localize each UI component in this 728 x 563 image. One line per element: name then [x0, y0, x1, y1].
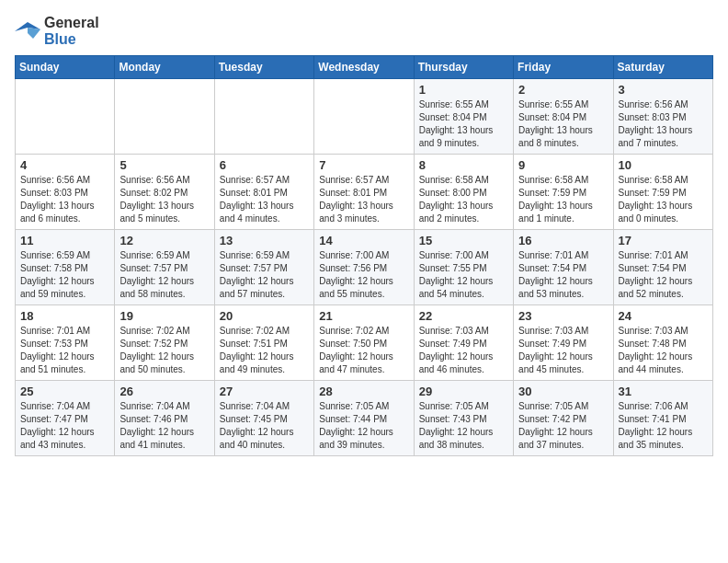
day-info: Sunrise: 6:55 AM Sunset: 8:04 PM Dayligh…: [518, 98, 608, 150]
weekday-header-tuesday: Tuesday: [214, 56, 313, 79]
day-number: 14: [319, 234, 408, 247]
weekday-header-monday: Monday: [115, 56, 214, 79]
day-number: 16: [518, 234, 608, 247]
day-info: Sunrise: 7:04 AM Sunset: 7:47 PM Dayligh…: [20, 400, 109, 452]
day-info: Sunrise: 7:05 AM Sunset: 7:44 PM Dayligh…: [319, 400, 408, 452]
day-info: Sunrise: 6:56 AM Sunset: 8:02 PM Dayligh…: [119, 174, 209, 225]
calendar-cell: 24Sunrise: 7:03 AM Sunset: 7:48 PM Dayli…: [613, 305, 712, 381]
day-number: 19: [119, 309, 209, 323]
calendar-cell: 13Sunrise: 6:59 AM Sunset: 7:57 PM Dayli…: [214, 230, 313, 305]
day-number: 23: [518, 309, 608, 323]
day-number: 30: [518, 385, 608, 398]
calendar-cell: 29Sunrise: 7:05 AM Sunset: 7:43 PM Dayli…: [414, 381, 513, 456]
day-info: Sunrise: 6:59 AM Sunset: 7:58 PM Dayligh…: [20, 249, 109, 301]
day-number: 17: [619, 234, 708, 247]
day-number: 2: [518, 83, 608, 97]
logo: General Blue: [15, 15, 99, 48]
calendar-cell: 30Sunrise: 7:05 AM Sunset: 7:42 PM Dayli…: [514, 381, 613, 456]
calendar-table: SundayMondayTuesdayWednesdayThursdayFrid…: [15, 55, 713, 456]
calendar-cell: 3Sunrise: 6:56 AM Sunset: 8:03 PM Daylig…: [613, 79, 712, 155]
calendar-cell: 17Sunrise: 7:01 AM Sunset: 7:54 PM Dayli…: [613, 230, 712, 305]
day-number: 21: [319, 309, 408, 323]
day-number: 13: [220, 234, 309, 247]
day-info: Sunrise: 7:00 AM Sunset: 7:56 PM Dayligh…: [319, 249, 408, 301]
calendar-cell: 20Sunrise: 7:02 AM Sunset: 7:51 PM Dayli…: [214, 305, 313, 381]
calendar-cell: 27Sunrise: 7:04 AM Sunset: 7:45 PM Dayli…: [214, 381, 313, 456]
day-number: 11: [20, 234, 109, 247]
day-info: Sunrise: 7:01 AM Sunset: 7:53 PM Dayligh…: [20, 325, 109, 376]
calendar-cell: 4Sunrise: 6:56 AM Sunset: 8:03 PM Daylig…: [16, 155, 115, 230]
logo-icon: [15, 20, 40, 42]
day-info: Sunrise: 7:02 AM Sunset: 7:50 PM Dayligh…: [319, 325, 408, 376]
day-number: 31: [619, 385, 708, 398]
calendar-cell: 31Sunrise: 7:06 AM Sunset: 7:41 PM Dayli…: [613, 381, 712, 456]
day-number: 7: [319, 158, 408, 172]
logo-text: General Blue: [44, 15, 99, 48]
day-info: Sunrise: 6:59 AM Sunset: 7:57 PM Dayligh…: [220, 249, 309, 301]
day-info: Sunrise: 7:03 AM Sunset: 7:49 PM Dayligh…: [518, 325, 608, 376]
day-number: 15: [419, 234, 508, 247]
day-number: 10: [619, 158, 708, 172]
calendar-cell: 19Sunrise: 7:02 AM Sunset: 7:52 PM Dayli…: [115, 305, 214, 381]
calendar-cell: 25Sunrise: 7:04 AM Sunset: 7:47 PM Dayli…: [16, 381, 115, 456]
day-info: Sunrise: 7:01 AM Sunset: 7:54 PM Dayligh…: [619, 249, 708, 301]
calendar-cell: 18Sunrise: 7:01 AM Sunset: 7:53 PM Dayli…: [16, 305, 115, 381]
day-info: Sunrise: 6:57 AM Sunset: 8:01 PM Dayligh…: [220, 174, 309, 225]
day-info: Sunrise: 6:59 AM Sunset: 7:57 PM Dayligh…: [119, 249, 209, 301]
day-info: Sunrise: 7:06 AM Sunset: 7:41 PM Dayligh…: [619, 400, 708, 452]
calendar-cell: 7Sunrise: 6:57 AM Sunset: 8:01 PM Daylig…: [314, 155, 414, 230]
calendar-cell: 16Sunrise: 7:01 AM Sunset: 7:54 PM Dayli…: [514, 230, 613, 305]
calendar-cell: 9Sunrise: 6:58 AM Sunset: 7:59 PM Daylig…: [514, 155, 613, 230]
day-info: Sunrise: 7:05 AM Sunset: 7:42 PM Dayligh…: [518, 400, 608, 452]
calendar-cell: 21Sunrise: 7:02 AM Sunset: 7:50 PM Dayli…: [314, 305, 414, 381]
day-number: 29: [419, 385, 508, 398]
calendar-cell: 26Sunrise: 7:04 AM Sunset: 7:46 PM Dayli…: [115, 381, 214, 456]
day-info: Sunrise: 6:58 AM Sunset: 8:00 PM Dayligh…: [419, 174, 508, 225]
header: General Blue: [15, 15, 713, 48]
day-number: 3: [619, 83, 708, 97]
day-number: 18: [20, 309, 109, 323]
day-number: 12: [119, 234, 209, 247]
day-info: Sunrise: 7:04 AM Sunset: 7:45 PM Dayligh…: [220, 400, 309, 452]
calendar-cell: [314, 79, 414, 155]
calendar-cell: 23Sunrise: 7:03 AM Sunset: 7:49 PM Dayli…: [514, 305, 613, 381]
calendar-cell: 22Sunrise: 7:03 AM Sunset: 7:49 PM Dayli…: [414, 305, 513, 381]
calendar-cell: [16, 79, 115, 155]
day-number: 9: [518, 158, 608, 172]
day-number: 25: [20, 385, 109, 398]
weekday-header-saturday: Saturday: [613, 56, 712, 79]
calendar-cell: 10Sunrise: 6:58 AM Sunset: 7:59 PM Dayli…: [613, 155, 712, 230]
svg-marker-1: [28, 28, 40, 39]
day-info: Sunrise: 6:56 AM Sunset: 8:03 PM Dayligh…: [619, 98, 708, 150]
day-number: 26: [119, 385, 209, 398]
day-number: 28: [319, 385, 408, 398]
day-number: 5: [119, 158, 209, 172]
calendar-cell: [214, 79, 313, 155]
day-info: Sunrise: 7:04 AM Sunset: 7:46 PM Dayligh…: [119, 400, 209, 452]
calendar-cell: 6Sunrise: 6:57 AM Sunset: 8:01 PM Daylig…: [214, 155, 313, 230]
day-info: Sunrise: 6:55 AM Sunset: 8:04 PM Dayligh…: [419, 98, 508, 150]
day-number: 20: [220, 309, 309, 323]
weekday-header-sunday: Sunday: [16, 56, 115, 79]
day-number: 22: [419, 309, 508, 323]
calendar-cell: 11Sunrise: 6:59 AM Sunset: 7:58 PM Dayli…: [16, 230, 115, 305]
weekday-header-thursday: Thursday: [414, 56, 513, 79]
day-number: 24: [619, 309, 708, 323]
calendar-cell: 14Sunrise: 7:00 AM Sunset: 7:56 PM Dayli…: [314, 230, 414, 305]
calendar-cell: 5Sunrise: 6:56 AM Sunset: 8:02 PM Daylig…: [115, 155, 214, 230]
calendar-cell: 1Sunrise: 6:55 AM Sunset: 8:04 PM Daylig…: [414, 79, 513, 155]
calendar-cell: 15Sunrise: 7:00 AM Sunset: 7:55 PM Dayli…: [414, 230, 513, 305]
day-info: Sunrise: 6:56 AM Sunset: 8:03 PM Dayligh…: [20, 174, 109, 225]
day-info: Sunrise: 7:01 AM Sunset: 7:54 PM Dayligh…: [518, 249, 608, 301]
day-number: 1: [419, 83, 508, 97]
calendar-cell: 12Sunrise: 6:59 AM Sunset: 7:57 PM Dayli…: [115, 230, 214, 305]
day-number: 27: [220, 385, 309, 398]
day-info: Sunrise: 7:02 AM Sunset: 7:52 PM Dayligh…: [119, 325, 209, 376]
day-info: Sunrise: 6:57 AM Sunset: 8:01 PM Dayligh…: [319, 174, 408, 225]
day-number: 8: [419, 158, 508, 172]
day-info: Sunrise: 7:02 AM Sunset: 7:51 PM Dayligh…: [220, 325, 309, 376]
calendar-cell: 8Sunrise: 6:58 AM Sunset: 8:00 PM Daylig…: [414, 155, 513, 230]
calendar-cell: 28Sunrise: 7:05 AM Sunset: 7:44 PM Dayli…: [314, 381, 414, 456]
weekday-header-wednesday: Wednesday: [314, 56, 414, 79]
day-number: 4: [20, 158, 109, 172]
